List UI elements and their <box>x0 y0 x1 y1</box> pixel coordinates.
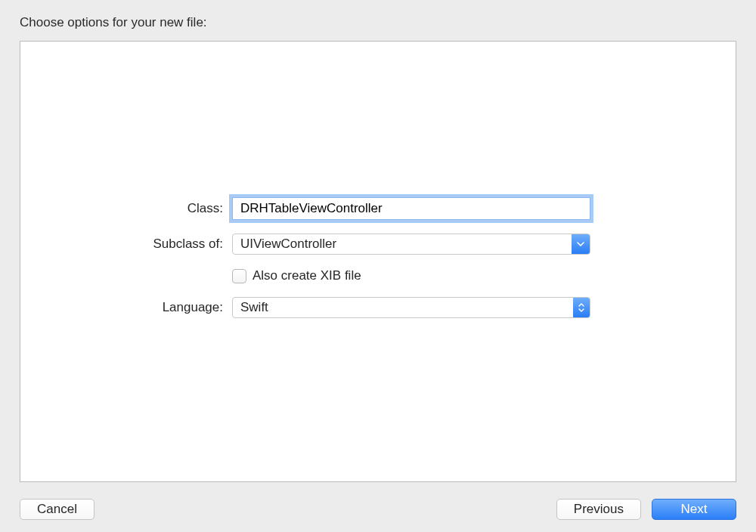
language-label: Language: <box>20 300 232 315</box>
language-select-button[interactable] <box>573 298 590 317</box>
language-select[interactable]: Swift <box>232 297 590 318</box>
button-bar: Cancel Previous Next <box>20 499 736 520</box>
subclass-value: UIViewController <box>233 237 572 252</box>
class-label: Class: <box>20 201 232 216</box>
class-row: Class: <box>20 197 736 220</box>
subclass-label: Subclass of: <box>20 237 232 252</box>
subclass-combobox[interactable]: UIViewController <box>232 234 590 255</box>
language-value: Swift <box>233 300 573 315</box>
chevron-down-icon <box>578 308 584 312</box>
main-panel: Class: Subclass of: UIViewController <box>20 41 736 482</box>
xib-row: Also create XIB file <box>20 268 736 283</box>
cancel-button[interactable]: Cancel <box>20 499 94 520</box>
xib-checkbox[interactable] <box>232 269 246 283</box>
previous-button[interactable]: Previous <box>556 499 641 520</box>
xib-label: Also create XIB file <box>253 268 361 283</box>
class-input[interactable] <box>232 197 590 220</box>
dialog-title: Choose options for your new file: <box>0 0 756 41</box>
next-button[interactable]: Next <box>652 499 736 520</box>
chevron-down-icon <box>577 242 584 246</box>
xib-checkbox-group[interactable]: Also create XIB file <box>232 268 361 283</box>
language-row: Language: Swift <box>20 297 736 318</box>
form-area: Class: Subclass of: UIViewController <box>20 197 736 332</box>
subclass-dropdown-button[interactable] <box>572 234 590 254</box>
subclass-row: Subclass of: UIViewController <box>20 234 736 255</box>
chevron-up-icon <box>578 303 584 307</box>
